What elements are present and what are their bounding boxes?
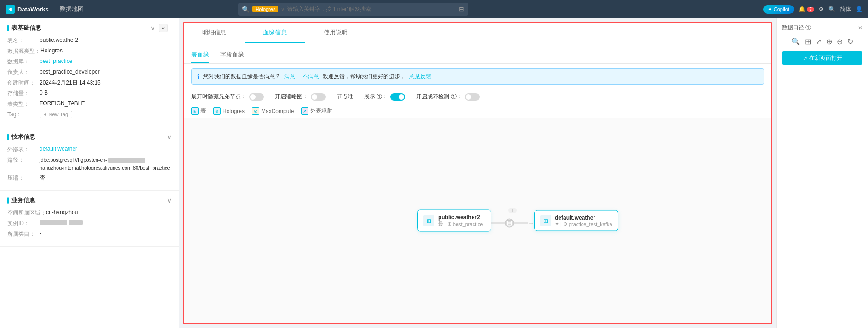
tab-lineage[interactable]: 血缘信息 [245, 23, 305, 43]
right-panel-icons: 🔍 ⊞ ⤢ ⊕ ⊖ ↻ [782, 37, 862, 46]
storage-row: 存储量： 0 B [7, 90, 171, 97]
tab-usage[interactable]: 使用说明 [305, 23, 366, 43]
siblings-toggle[interactable] [249, 93, 264, 101]
arrow-icon: → [528, 220, 534, 227]
basic-info-title: 表基础信息 [7, 24, 41, 32]
zoom-button[interactable]: 🔍 [828, 6, 835, 12]
single-toggle[interactable] [390, 93, 405, 101]
storage-label: 存储量： [7, 90, 40, 97]
avatar-icon: 👤 [856, 6, 862, 12]
search-icon: 🔍 [242, 6, 250, 13]
settings-button[interactable]: ⚙ [819, 6, 824, 12]
legend-row: ⊞ 表 ⊕ Hologres ⊗ MaxCompute ↗ 外表承射 [184, 104, 771, 118]
bell-icon: 🔔 [799, 6, 805, 12]
connector-wrapper: 1 → [491, 214, 534, 228]
legend-table: ⊞ 表 [191, 107, 206, 115]
datasource-type-value: Hologres [40, 47, 63, 54]
zoom-in-icon[interactable]: ⊕ [826, 37, 832, 46]
path-label: 路径： [7, 156, 40, 164]
banner-text: 您对我们的数据血缘是否满意？ [203, 73, 280, 80]
copilot-button[interactable]: ✦ Copilot [763, 5, 794, 14]
connector-circle [505, 219, 514, 228]
database-value[interactable]: best_practice [40, 58, 72, 64]
table-legend-icon: ⊞ [191, 107, 199, 115]
right-panel-title: 数据口径 ① [782, 24, 811, 32]
table-icon-right[interactable]: ⊞ [805, 37, 811, 46]
copilot-icon: ✦ [768, 6, 772, 12]
biz-collapse-button[interactable]: ∨ [167, 197, 171, 204]
open-new-tab-button[interactable]: ↗ 在新页面打开 [782, 51, 862, 65]
source-sub-icon: 最 [438, 221, 443, 227]
datasource-type-row: 数据源类型： Hologres [7, 47, 171, 55]
owner-label: 负责人： [7, 68, 40, 76]
collapse-button[interactable]: ∨ [150, 24, 155, 32]
inner-tabs: 表血缘 字段血缘 [184, 43, 771, 64]
refresh-icon[interactable]: ↻ [847, 37, 853, 46]
lang-switch[interactable]: 简体 [840, 6, 851, 13]
nav-data-map[interactable]: 数据地图 [56, 5, 87, 13]
blurred-instance2 [69, 220, 83, 225]
flow-node-source-icon: ⊞ [423, 215, 434, 226]
satisfied-link[interactable]: 满意 [284, 73, 295, 80]
connector-line-left [491, 223, 505, 224]
category-label: 所属类目： [7, 230, 40, 238]
path-value: jdbc:postgresql://hgpostcn-cn- hangzhou-… [40, 156, 170, 171]
maxcompute-legend-icon: ⊗ [252, 107, 259, 115]
fullscreen-icon-right[interactable]: ⤢ [816, 37, 822, 46]
table-legend-label: 表 [200, 107, 206, 115]
search-tag[interactable]: Hologres [252, 6, 278, 12]
inner-tab-field[interactable]: 字段血缘 [220, 48, 244, 63]
dropdown-icon[interactable]: ∨ [281, 6, 285, 12]
table-type-row: 表类型： FOREIGN_TABLE [7, 100, 171, 108]
tech-collapse-button[interactable]: ∨ [167, 133, 171, 141]
info-icon: ℹ [197, 73, 200, 80]
flow-node-target[interactable]: ⊞ default.weather ✦ | ⊕ practice_test_ka… [534, 210, 618, 231]
tab-panel: 明细信息 血缘信息 使用说明 表血缘 字段血缘 ℹ 您对我们的数据血缘是否满意？… [183, 22, 772, 324]
close-icon[interactable]: ✕ [858, 25, 862, 31]
owner-value: best_practice_developer [40, 68, 100, 75]
left-sidebar: 表基础信息 ∨ « 表名： public.weather2 数据源类型： Hol… [0, 18, 179, 328]
feedback-link[interactable]: 意见反馈 [409, 73, 431, 80]
search-icon-right[interactable]: 🔍 [791, 37, 800, 46]
zoom-out-icon[interactable]: ⊖ [837, 37, 843, 46]
owner-row: 负责人： best_practice_developer [7, 68, 171, 76]
external-table-value[interactable]: default.weather [40, 146, 77, 152]
loop-toggle[interactable] [465, 93, 480, 101]
thumbnail-toggle[interactable] [311, 93, 326, 101]
source-sub-icon2: ⊕ [447, 221, 451, 227]
table-name-value: public.weather2 [40, 37, 78, 43]
database-label: 数据库： [7, 58, 40, 66]
notification-badge: 7 [807, 7, 814, 12]
logo-text: DataWorks [17, 6, 49, 13]
add-tag-button[interactable]: + New Tag [40, 111, 72, 118]
inner-tab-table[interactable]: 表血缘 [191, 48, 209, 63]
storage-value: 0 B [40, 90, 48, 96]
copilot-label: Copilot [774, 6, 789, 12]
user-avatar[interactable]: 👤 [856, 6, 862, 12]
table-type-label: 表类型： [7, 100, 40, 108]
navbar: ⊞ DataWorks 数据地图 🔍 Hologres ∨ ⊟ ✦ Copilo… [0, 0, 868, 18]
unsatisfied-link[interactable]: 不满意 [303, 73, 319, 80]
new-tag-label: New Tag [48, 112, 68, 117]
search-input[interactable] [287, 6, 456, 12]
hologres-legend-icon: ⊕ [213, 107, 221, 115]
siblings-label: 展开时隐藏兄弟节点： [191, 93, 246, 101]
flow-node-source[interactable]: ⊞ public.weather2 最 | ⊕ best_practice [417, 210, 491, 232]
created-time-row: 创建时间： 2024年2月21日 14:43:15 [7, 79, 171, 87]
maxcompute-legend-label: MaxCompute [261, 108, 294, 114]
biz-info-title: 业务信息 [7, 196, 35, 204]
table-name-row: 表名： public.weather2 [7, 37, 171, 45]
collapse-panel-button[interactable]: « [159, 24, 168, 32]
flow-node-target-icon: ⊞ [540, 215, 551, 226]
external-legend-icon: ↗ [301, 107, 308, 115]
table-type-value: FOREIGN_TABLE [40, 100, 85, 107]
category-value: - [40, 230, 41, 237]
tech-info-section: 技术信息 ∨ 外部表： default.weather 路径： jdbc:pos… [0, 127, 179, 191]
flow-node-target-content: default.weather ✦ | ⊕ practice_test_kafk… [555, 215, 612, 227]
table-name-label: 表名： [7, 37, 40, 45]
connector-count: 1 [508, 208, 517, 213]
compress-value: 否 [40, 174, 45, 182]
tab-detail[interactable]: 明细信息 [184, 23, 245, 43]
notification-button[interactable]: 🔔 7 [799, 6, 814, 12]
target-sub-sep: | [560, 221, 562, 226]
